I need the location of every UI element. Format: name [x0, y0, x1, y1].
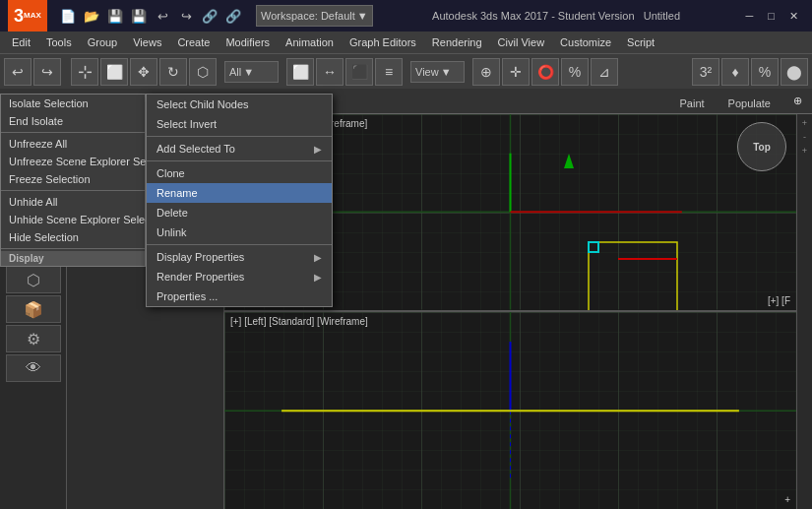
compass-widget: Top: [737, 122, 786, 171]
app-title: Autodesk 3ds Max 2017 - Student Version …: [373, 10, 740, 22]
select-region-btn[interactable]: ⬜: [100, 58, 128, 86]
ctx-render-props[interactable]: Render Properties ▶: [147, 267, 332, 286]
rt-btn-3[interactable]: +: [798, 144, 812, 158]
menubar: Edit Tools Group Views Create Modifiers …: [0, 32, 812, 53]
freeze-selection-item[interactable]: Freeze Selection: [1, 170, 145, 188]
viewport-bottom-right-label: +: [784, 494, 790, 505]
unhide-all-item[interactable]: Unhide All: [1, 193, 145, 211]
menu-edit[interactable]: Edit: [4, 32, 38, 53]
hide-selection-item[interactable]: Hide Selection: [1, 228, 145, 246]
viewport-grid-bottom: [224, 312, 796, 510]
undo-icon[interactable]: ↩: [152, 5, 173, 27]
rotate-btn[interactable]: ↻: [159, 58, 187, 86]
view-dropdown[interactable]: View ▼: [410, 61, 465, 83]
percent-snap-btn[interactable]: %: [561, 58, 589, 86]
file-title: Untitled: [644, 10, 680, 22]
menu-group[interactable]: Group: [80, 32, 126, 53]
isolate-selection-item[interactable]: Isolate Selection: [1, 95, 145, 112]
activeshade-btn[interactable]: ⬤: [781, 58, 808, 86]
link-icon[interactable]: 🔗: [199, 5, 220, 27]
ctx-unlink[interactable]: Unlink: [147, 223, 332, 242]
titlebar-left: 3 MAX 📄 📂 💾 💾 ↩ ↪ 🔗 🔗 Workspace: Default…: [8, 0, 373, 32]
ctx-add-selected-to[interactable]: Add Selected To ▶: [147, 139, 332, 159]
menu-civil-view[interactable]: Civil View: [490, 32, 552, 53]
unlink-icon[interactable]: 🔗: [222, 5, 244, 27]
align-btn[interactable]: ⬛: [345, 58, 373, 86]
menu-animation[interactable]: Animation: [278, 32, 342, 53]
spinner-snap-btn[interactable]: ⊿: [591, 58, 618, 86]
tab-paint[interactable]: Paint: [667, 94, 716, 114]
main-content: ⬜ 📷 🔗 〰 ✏ ⬡ 📦 ⚙ 👁 Polygon Modeling Expan…: [0, 114, 812, 509]
window-controls: ─ □ ✕: [739, 10, 804, 23]
save-icon[interactable]: 💾: [104, 5, 126, 27]
titlebar: 3 MAX 📄 📂 💾 💾 ↩ ↪ 🔗 🔗 Workspace: Default…: [0, 0, 812, 32]
redo-btn[interactable]: ↪: [33, 58, 61, 86]
eye-btn[interactable]: 👁: [6, 354, 61, 382]
ctx-display-props[interactable]: Display Properties ▶: [147, 247, 332, 267]
select-btn[interactable]: ⊹: [71, 58, 98, 86]
scale-btn[interactable]: ⬡: [189, 58, 217, 86]
menu-create[interactable]: Create: [169, 32, 218, 53]
app-logo: 3 MAX: [8, 0, 47, 32]
unhide-scene-item[interactable]: Unhide Scene Explorer Selection: [1, 211, 145, 228]
ctx-delete[interactable]: Delete: [147, 203, 332, 223]
right-toolbar: + - +: [796, 114, 812, 509]
render-setup-btn[interactable]: ♦: [721, 58, 749, 86]
named-selection-btn[interactable]: ⊕: [472, 58, 500, 86]
ctx-separator-3: [147, 244, 332, 245]
keyboard-shortcut-btn[interactable]: 3²: [692, 58, 719, 86]
ctx-clone[interactable]: Clone: [147, 163, 332, 183]
menu-graph-editors[interactable]: Graph Editors: [342, 32, 424, 53]
selection-filter-dropdown[interactable]: All ▼: [224, 61, 279, 83]
context-menu: Select Child Nodes Select Invert Add Sel…: [146, 94, 333, 307]
ctx-properties[interactable]: Properties ...: [147, 286, 332, 306]
toolbar-icons: 📄 📂 💾 💾 ↩ ↪ 🔗 🔗: [57, 5, 244, 27]
workspace-dropdown[interactable]: Workspace: Default ▼: [256, 5, 373, 27]
rt-btn-2[interactable]: -: [798, 130, 812, 144]
rt-btn-1[interactable]: +: [798, 116, 812, 130]
display-props-arrow: ▶: [314, 252, 322, 263]
tab-populate[interactable]: Populate: [717, 94, 782, 114]
unfreeze-scene-item[interactable]: Unfreeze Scene Explorer Selection: [1, 153, 145, 170]
ctx-separator-1: [147, 136, 332, 137]
viewport-top-right-label: [+] [F: [768, 295, 790, 306]
menu-views[interactable]: Views: [125, 32, 169, 53]
angle-snap-btn[interactable]: ⭕: [531, 58, 559, 86]
settings-btn[interactable]: ⚙: [6, 325, 61, 352]
snap-btn[interactable]: ✛: [502, 58, 530, 86]
ctx-rename[interactable]: Rename: [147, 183, 332, 203]
new-file-icon[interactable]: 📄: [57, 5, 79, 27]
save-as-icon[interactable]: 💾: [128, 5, 150, 27]
viewport-bottom[interactable]: [+] [Left] [Standard] [Wireframe]: [224, 312, 796, 510]
unfreeze-all-item[interactable]: Unfreeze All: [1, 135, 145, 153]
tools-submenu-panel: Isolate Selection End Isolate Unfreeze A…: [0, 94, 146, 267]
select-all-btn[interactable]: ⬜: [286, 58, 314, 86]
select-move-btn[interactable]: ✥: [130, 58, 157, 86]
menu-modifiers[interactable]: Modifiers: [218, 32, 278, 53]
main-toolbar: ↩ ↪ ⊹ ⬜ ✥ ↻ ⬡ All ▼ ⬜ ↔ ⬛ ≡ View ▼ ⊕ ✛ ⭕…: [0, 53, 812, 89]
redo-icon[interactable]: ↪: [175, 5, 197, 27]
ctx-select-child[interactable]: Select Child Nodes: [147, 95, 332, 114]
ctx-separator-2: [147, 160, 332, 161]
mirror-btn[interactable]: ↔: [316, 58, 344, 86]
ctx-select-invert[interactable]: Select Invert: [147, 114, 332, 134]
menu-rendering[interactable]: Rendering: [424, 32, 490, 53]
render-props-arrow: ▶: [314, 272, 322, 283]
more-tabs-btn[interactable]: ⊕: [782, 89, 812, 114]
menu-script[interactable]: Script: [619, 32, 662, 53]
submenu-arrow: ▶: [314, 144, 322, 155]
shape-btn[interactable]: ⬡: [6, 266, 61, 293]
render-frame-btn[interactable]: %: [751, 58, 779, 86]
object-btn[interactable]: 📦: [6, 295, 61, 323]
viewport-bottom-label: [+] [Left] [Standard] [Wireframe]: [230, 316, 368, 327]
menu-customize[interactable]: Customize: [552, 32, 619, 53]
layer-btn[interactable]: ≡: [375, 58, 403, 86]
open-file-icon[interactable]: 📂: [81, 5, 102, 27]
display-section-header: Display: [1, 251, 145, 266]
menu-tools[interactable]: Tools: [38, 32, 80, 53]
undo-btn[interactable]: ↩: [4, 58, 31, 86]
end-isolate-item[interactable]: End Isolate: [1, 112, 145, 130]
